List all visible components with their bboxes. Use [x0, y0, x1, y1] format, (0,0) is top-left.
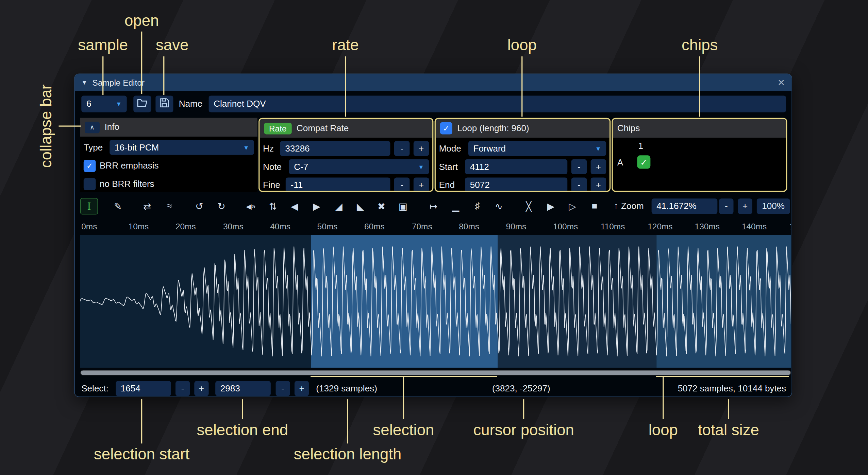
info-panel-title: Info [105, 122, 119, 132]
close-icon[interactable]: ✕ [778, 77, 785, 88]
chevron-up-icon: ∧ [90, 123, 95, 131]
loop-end-value: 5072 [470, 180, 490, 190]
total-size-text: 5072 samples, 10144 bytes [678, 381, 786, 397]
undo-button[interactable]: ↺ [190, 198, 208, 215]
scrollbar-thumb[interactable] [81, 370, 791, 375]
type-dropdown[interactable]: 16-bit PCM ▼ [110, 140, 254, 155]
timeline-label: 80ms [459, 222, 479, 231]
selection-start-increase-button[interactable]: + [194, 381, 208, 396]
play-button[interactable]: ▶ [542, 198, 560, 215]
open-button[interactable] [133, 96, 151, 112]
draw-tool[interactable]: ✎ [109, 198, 127, 215]
annotation-line-selection-length [347, 399, 348, 443]
window-collapse-icon[interactable]: ▼ [81, 79, 87, 86]
annotation-rate: rate [332, 36, 359, 54]
loop-start-decrease-button[interactable]: - [571, 159, 587, 174]
insert-silence-icon: ↦ [430, 200, 437, 212]
timeline-ruler[interactable]: 0ms 10ms 20ms 30ms 40ms 50ms 60ms 70ms 8… [80, 221, 791, 234]
selection-end-decrease-button[interactable]: - [276, 381, 290, 396]
annotation-cursor-position: cursor position [473, 421, 574, 439]
open-folder-icon [137, 98, 148, 110]
resize-button[interactable]: ⇄ [138, 198, 156, 215]
selection-length-text: (1329 samples) [316, 381, 377, 397]
crossfade-button[interactable]: ╳ [520, 198, 537, 215]
sample-selector[interactable]: 6 ▼ [81, 96, 127, 112]
pitch-icon: ♯ [475, 201, 480, 212]
note-dropdown[interactable]: C-7 ▼ [289, 159, 429, 174]
timeline-label: 70ms [412, 222, 432, 231]
normalize-button[interactable]: ⇅ [264, 198, 282, 215]
fine-increase-button[interactable]: + [414, 177, 429, 192]
zoom-in-button[interactable]: + [738, 198, 752, 214]
hz-decrease-button[interactable]: - [394, 141, 410, 156]
selection-end-increase-button[interactable]: + [295, 381, 309, 396]
annotation-line-total-size [728, 399, 729, 419]
chip-enable-checkbox[interactable]: ✓ [637, 155, 650, 169]
waveform-display[interactable] [80, 235, 791, 368]
fade-in-icon: ◢ [335, 200, 342, 212]
insert-silence-button[interactable]: ↦ [424, 198, 442, 215]
amplify-button[interactable]: ◀» [242, 198, 260, 215]
annotation-line-selection-start [141, 399, 142, 443]
note-dropdown-value: C-7 [294, 162, 308, 172]
timeline-label: 30ms [223, 222, 244, 231]
hz-input[interactable]: 33286 [280, 141, 390, 156]
delete-button[interactable]: ✖ [372, 198, 390, 215]
loop-end-input[interactable]: 5072 [465, 177, 567, 192]
zoom-reset-button[interactable]: 100% [757, 198, 790, 214]
trim-button[interactable]: ▣ [394, 198, 412, 215]
no-brr-filters-checkbox[interactable] [84, 178, 96, 190]
annotation-line-selection-end [242, 399, 243, 419]
zoom-input[interactable]: 41.1672% [652, 198, 718, 214]
loop-end-increase-button[interactable]: + [591, 177, 606, 192]
hz-increase-button[interactable]: + [414, 141, 429, 156]
chips-panel-title: Chips [617, 123, 640, 133]
loop-panel-title: Loop (length: 960) [457, 123, 529, 133]
selection-start-decrease-button[interactable]: - [176, 381, 190, 396]
filter-button[interactable]: ∿ [490, 198, 507, 215]
brr-emphasis-checkbox[interactable]: ✓ [84, 160, 96, 172]
speaker-icon: ◀» [246, 202, 255, 210]
selection-end-input[interactable]: 2983 [215, 381, 271, 396]
silence-icon: ▁ [452, 200, 459, 212]
reverse-button[interactable]: ◀ [286, 198, 303, 215]
apply-silence-button[interactable]: ▁ [447, 198, 464, 215]
timeline-label: 130ms [695, 222, 720, 231]
loop-end-decrease-button[interactable]: - [571, 177, 587, 192]
desktop-background: ▼ Sample Editor ✕ 6 ▼ Name Clarinet DQV [0, 0, 868, 475]
horizontal-scrollbar[interactable] [80, 370, 791, 375]
preview-button[interactable]: ▷ [564, 198, 581, 215]
fine-decrease-button[interactable]: - [394, 177, 410, 192]
annotation-line-cursor-position [523, 399, 524, 419]
stop-button[interactable]: ■ [586, 198, 603, 215]
chevron-down-icon: ▼ [418, 163, 424, 170]
loop-mode-dropdown[interactable]: Forward ▼ [468, 141, 606, 156]
window-titlebar[interactable]: ▼ Sample Editor ✕ [75, 74, 792, 91]
zoom-value: 41.1672% [656, 201, 696, 211]
stop-icon: ■ [592, 201, 598, 212]
resample-button[interactable]: ≈ [161, 198, 178, 215]
rate-panel-title: Compat Rate [297, 123, 349, 133]
save-button[interactable] [155, 96, 173, 112]
loop-start-increase-button[interactable]: + [591, 159, 606, 174]
select-tool[interactable]: I [80, 198, 98, 215]
fade-out-button[interactable]: ◣ [351, 198, 369, 215]
zoom-label: Zoom [621, 198, 644, 215]
loop-enable-checkbox[interactable]: ✓ [440, 122, 452, 135]
loop-start-label: Start [439, 162, 461, 172]
fade-in-button[interactable]: ◢ [330, 198, 348, 215]
loop-start-input[interactable]: 4112 [465, 159, 567, 174]
fine-input[interactable]: -11 [286, 177, 390, 192]
zoom-out-button[interactable]: - [719, 198, 733, 214]
annotation-open: open [124, 12, 159, 30]
collapse-bar-button[interactable]: ∧ [85, 121, 100, 133]
annotation-line-collapse-bar [59, 125, 81, 126]
rate-panel-header: Rate Compat Rate [260, 119, 432, 138]
selection-start-input[interactable]: 1654 [116, 381, 171, 396]
chips-panel: Chips 1 A ✓ [612, 118, 787, 192]
selection-start-value: 1654 [121, 384, 140, 393]
invert-button[interactable]: ▶ [308, 198, 326, 215]
annotation-sample: sample [78, 36, 128, 54]
pitch-button[interactable]: ♯ [468, 198, 486, 215]
redo-button[interactable]: ↻ [213, 198, 230, 215]
